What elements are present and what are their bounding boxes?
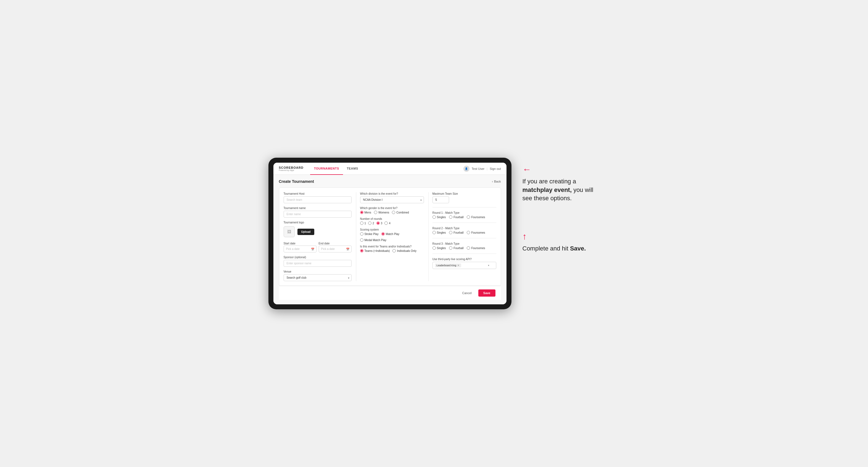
round1-singles[interactable]: Singles: [432, 215, 446, 219]
outer-wrapper: SCOREBOARD Powered by clippt TOURNAMENTS…: [269, 158, 600, 309]
api-dropdown-icon: ▾: [488, 264, 489, 267]
api-remove-icon[interactable]: ✕: [457, 264, 460, 267]
scoring-medal[interactable]: Medal Match Play: [360, 238, 386, 242]
arrow-icon-2: ↑: [523, 230, 600, 243]
upload-button[interactable]: Upload: [298, 229, 315, 235]
logo-placeholder: 🖼: [284, 226, 295, 237]
start-date-group: Start date 📅: [284, 241, 316, 252]
rounds-group: Number of rounds 1 2: [360, 217, 424, 225]
nav-tabs: TOURNAMENTS TEAMS: [310, 163, 463, 175]
form-column-2: Which division is the event for? NCAA Di…: [356, 192, 424, 281]
round2-options: Singles Fourball Foursomes: [432, 231, 496, 234]
division-select-wrapper: NCAA Division I: [360, 196, 424, 203]
venue-group: Venue Search golf club: [284, 270, 351, 281]
tab-teams[interactable]: TEAMS: [343, 163, 362, 175]
division-select[interactable]: NCAA Division I: [360, 196, 424, 203]
max-team-size-label: Maximum Team Size: [432, 192, 496, 195]
venue-select-wrapper: Search golf club: [284, 274, 351, 281]
round3-singles[interactable]: Singles: [432, 246, 446, 250]
teams-group: Is this event for Teams and/or Individua…: [360, 245, 424, 252]
start-date-wrapper: 📅: [284, 246, 316, 252]
rounds-label: Number of rounds: [360, 217, 424, 220]
tournament-host-input[interactable]: [284, 196, 351, 203]
back-button[interactable]: ‹ Back: [492, 180, 501, 183]
api-select-box[interactable]: Leaderboard King ✕ ▾: [432, 262, 496, 269]
rounds-1[interactable]: 1: [360, 221, 366, 225]
end-date-label: End date: [319, 242, 330, 245]
round2-foursomes[interactable]: Foursomes: [467, 231, 485, 234]
round1-fourball[interactable]: Fourball: [449, 215, 463, 219]
tournament-host-label: Tournament Host: [284, 192, 351, 195]
nav-brand: SCOREBOARD Powered by clippt: [279, 166, 304, 171]
teams-individuals[interactable]: Individuals Only: [393, 249, 416, 252]
gender-combined[interactable]: Combined: [392, 211, 409, 214]
arrow-icon-1: ←: [523, 163, 600, 176]
gender-mens[interactable]: Mens: [360, 211, 371, 214]
sponsor-group: Sponsor (optional): [284, 256, 351, 267]
gender-group: Which gender is the event for? Mens Wome…: [360, 207, 424, 214]
round1-label: Round 1 - Match Type: [432, 211, 496, 214]
round3-fourball[interactable]: Fourball: [449, 246, 463, 250]
scoring-stroke[interactable]: Stroke Play: [360, 232, 379, 236]
tablet-frame: SCOREBOARD Powered by clippt TOURNAMENTS…: [269, 158, 512, 309]
round2-label: Round 2 - Match Type: [432, 227, 496, 230]
page-header: Create Tournament ‹ Back: [279, 179, 501, 184]
tournament-logo-group: Tournament logo 🖼 Upload: [284, 221, 351, 237]
form-footer: Cancel Save: [279, 286, 501, 300]
teams-both[interactable]: Teams (+Individuals): [360, 249, 390, 252]
save-button[interactable]: Save: [478, 289, 495, 297]
rounds-2[interactable]: 2: [368, 221, 374, 225]
round2-match-type-group: Round 2 - Match Type Singles Fourball: [432, 227, 496, 234]
divider-4: [432, 253, 496, 254]
annotation-save: ↑ Complete and hit Save.: [523, 230, 600, 253]
division-label: Which division is the event for?: [360, 192, 424, 195]
rounds-4[interactable]: 4: [384, 221, 391, 225]
tournament-host-group: Tournament Host: [284, 192, 351, 203]
tablet-screen: SCOREBOARD Powered by clippt TOURNAMENTS…: [273, 163, 506, 304]
rounds-3[interactable]: 3: [376, 221, 382, 225]
tournament-logo-label: Tournament logo: [284, 221, 351, 224]
round1-options: Singles Fourball Foursomes: [432, 215, 496, 219]
teams-label: Is this event for Teams and/or Individua…: [360, 245, 424, 248]
end-date-wrapper: 📅: [319, 246, 351, 252]
form-column-3: Maximum Team Size Round 1 - Match Type S…: [428, 192, 496, 281]
round3-foursomes[interactable]: Foursomes: [467, 246, 485, 250]
calendar-icon: 📅: [311, 247, 314, 250]
nav-bar: SCOREBOARD Powered by clippt TOURNAMENTS…: [273, 163, 506, 175]
page-title: Create Tournament: [279, 179, 314, 184]
scoring-label: Scoring system: [360, 228, 424, 231]
gender-label: Which gender is the event for?: [360, 207, 424, 210]
annotation-matchplay: ← If you are creating a matchplay event,…: [523, 163, 600, 203]
round1-foursomes[interactable]: Foursomes: [467, 215, 485, 219]
scoring-radio-group: Stroke Play Match Play Medal Match Play: [360, 232, 424, 242]
sponsor-input[interactable]: [284, 260, 351, 267]
annotations: ← If you are creating a matchplay event,…: [523, 158, 600, 253]
api-label: Use third-party live scoring API?: [432, 258, 496, 261]
form-column-1: Tournament Host Tournament name Tourname…: [284, 192, 351, 281]
tournament-name-input[interactable]: [284, 211, 351, 218]
venue-select[interactable]: Search golf club: [284, 274, 351, 281]
round2-fourball[interactable]: Fourball: [449, 231, 463, 234]
rounds-radio-group: 1 2 3: [360, 221, 424, 225]
teams-radio-group: Teams (+Individuals) Individuals Only: [360, 249, 424, 252]
gender-womens[interactable]: Womens: [374, 211, 389, 214]
brand-title: SCOREBOARD: [279, 166, 304, 169]
user-name: Test User: [472, 167, 485, 170]
max-team-size-input[interactable]: [432, 196, 449, 203]
round3-match-type-group: Round 3 - Match Type Singles Fourball: [432, 242, 496, 250]
api-group: Use third-party live scoring API? Leader…: [432, 258, 496, 269]
cancel-button[interactable]: Cancel: [459, 290, 475, 296]
tournament-name-label: Tournament name: [284, 207, 351, 210]
calendar-icon-2: 📅: [346, 247, 349, 250]
round2-singles[interactable]: Singles: [432, 231, 446, 234]
tab-tournaments[interactable]: TOURNAMENTS: [310, 163, 343, 175]
avatar: 👤: [463, 166, 469, 172]
logo-upload-area: 🖼 Upload: [284, 226, 351, 237]
api-tag: Leaderboard King ✕: [435, 263, 462, 267]
page-content: Create Tournament ‹ Back Tournament Host: [273, 175, 506, 304]
create-tournament-form: Tournament Host Tournament name Tourname…: [279, 188, 501, 286]
signout-link[interactable]: Sign out: [490, 167, 501, 170]
scoring-match[interactable]: Match Play: [381, 232, 399, 236]
round3-options: Singles Fourball Foursomes: [432, 246, 496, 250]
dates-group: Start date 📅 End date: [284, 241, 351, 252]
